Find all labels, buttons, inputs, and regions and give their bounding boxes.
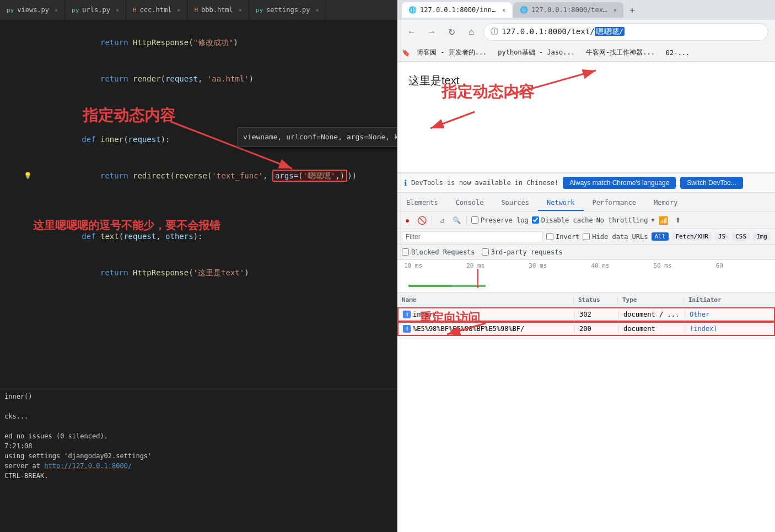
filter-tag-fetch[interactable]: Fetch/XHR [672,232,712,241]
devtools-tab-console[interactable]: Console [447,196,493,211]
filter-tag-all[interactable]: All [652,232,669,241]
tab-title-2: 127.0.0.1:8000/text/2131 [531,6,610,14]
stop-button[interactable]: 🚫 [416,215,427,226]
bookmark-label-3: 牛客网-找工作神器... [586,48,655,57]
forward-button[interactable]: → [424,24,439,40]
search-button[interactable]: 🔍 [451,215,462,226]
tab-close-3[interactable]: × [177,7,180,13]
address-bar[interactable]: ⓘ 127.0.0.1:8000/text/嗯嗯嗯/ [483,23,768,41]
new-tab-button[interactable]: + [625,2,640,18]
disable-cache-label[interactable]: Disable cache [532,216,593,224]
invert-label[interactable]: Invert [546,233,579,241]
filter-tag-js[interactable]: JS [715,232,729,241]
invert-checkbox[interactable] [546,233,553,240]
terminal-line-1: inner() [4,392,392,401]
row2-status: 200 [575,325,619,333]
browser-annotation-label: 指定动态内容 [442,82,534,102]
invert-text: Invert [556,233,579,241]
address-text: 127.0.0.1:8000/text/嗯嗯嗯/ [502,27,625,37]
tab-close[interactable]: × [55,7,58,13]
timeline-label-1: 10 ms [404,262,422,269]
filter-tag-css[interactable]: CSS [732,232,750,241]
tab-close-4[interactable]: × [239,7,242,13]
devtools-toolbar: ● 🚫 ⊿ 🔍 Preserve log Disable cache No th… [397,211,775,229]
disable-cache-checkbox[interactable] [532,216,539,224]
devtools-info-msg: DevTools is now available in Chinese! [411,179,558,187]
terminal-line-6: 7:21:08 [4,441,392,451]
browser-tab-1[interactable]: 🌐 127.0.0.1:8000/inner/aaa/12 × [402,2,512,18]
tab-ccc-html[interactable]: H ccc.html × [126,0,187,20]
code-line-1: return HttpResponse("修改成功") [0,24,397,61]
timeline-label-2: 20 ms [466,262,485,269]
back-button[interactable]: ← [404,24,419,40]
btn-switch-devtools[interactable]: Switch DevToo... [680,177,742,189]
terminal-line-9: CTRL-BREAK. [4,471,392,481]
terminal-line-2 [4,401,392,411]
throttle-arrow: ▼ [652,217,655,223]
bookmark-2[interactable]: python基础 - Jaso... [493,47,579,58]
code-line-10: return HttpResponse('这里是text') [0,254,397,291]
home-button[interactable]: ⌂ [464,24,479,40]
hide-data-label[interactable]: Hide data URLs [583,233,648,241]
tab-urls-py[interactable]: py urls.py × [65,0,126,20]
preserve-log-checkbox[interactable] [471,216,478,224]
tab-label-3: ccc.html [140,6,172,14]
col-status-header: Status [574,296,618,303]
record-button[interactable]: ● [402,215,413,226]
reload-button[interactable]: ↻ [444,24,459,40]
filter-bar: Invert Hide data URLs All Fetch/XHR JS C… [397,229,775,245]
file-icon-2: d [403,325,411,333]
browser-panel: 🌐 127.0.0.1:8000/inner/aaa/12 × 🌐 127.0.… [397,0,775,532]
tab-views-py[interactable]: py views.py × [0,0,65,20]
bookmark-label-4: 02-... [666,49,690,57]
tab-bbb-html[interactable]: H bbb.html × [187,0,249,20]
third-party-label[interactable]: 3rd-party requests [482,248,563,256]
devtools-tab-sources[interactable]: Sources [492,196,538,211]
code-line-6: 💡 return redirect(reverse('text_func', a… [0,158,397,194]
hide-data-checkbox[interactable] [583,233,590,240]
col-name-header: Name [397,296,574,303]
tab-close-2[interactable]: × [116,7,119,13]
blocked-requests-label[interactable]: Blocked Requests [402,248,475,256]
tab-title-1: 127.0.0.1:8000/inner/aaa/12 [420,6,499,14]
filter-tag-img[interactable]: Img [753,232,771,241]
tab-close-browser-1[interactable]: × [502,7,505,13]
devtools-tab-performance[interactable]: Performance [584,196,645,211]
row1-status: 302 [575,311,619,318]
favicon-1: 🌐 [408,6,417,14]
editor-tabs: py views.py × py urls.py × H ccc.html × … [0,0,397,20]
devtools-tab-network[interactable]: Network [538,196,584,211]
tab-close-5[interactable]: × [316,7,319,13]
import-button[interactable]: ⬆ [672,215,683,226]
third-party-checkbox[interactable] [482,248,489,256]
bookmark-1[interactable]: 博客园 - 开发者的... [412,47,491,58]
devtools-tab-memory[interactable]: Memory [645,196,686,211]
browser-tab-2[interactable]: 🌐 127.0.0.1:8000/text/2131 × [513,2,623,18]
timeline-bar-green2 [453,285,486,287]
lightbulb-icon: 💡 [24,170,32,182]
bookmark-icon-1: 🔖 [402,49,410,57]
tab-settings-py[interactable]: py settings.py × [249,0,326,20]
filter-input[interactable] [402,231,543,242]
tab-label-2: urls.py [82,6,110,14]
btn-match-language[interactable]: Always match Chrome's language [563,177,676,189]
filter-button[interactable]: ⊿ [437,215,448,226]
bookmark-4[interactable]: 02-... [661,48,694,58]
py-icon: py [7,7,14,14]
timeline-label-3: 30 ms [529,262,547,269]
preserve-log-label[interactable]: Preserve log [471,216,529,224]
blocked-requests-checkbox[interactable] [402,248,409,256]
server-link[interactable]: http://127.0.0.1:8000/ [44,462,132,470]
requests-bar: Blocked Requests 3rd-party requests [397,245,775,260]
browser-tabs-bar: 🌐 127.0.0.1:8000/inner/aaa/12 × 🌐 127.0.… [397,0,775,20]
devtools-tab-elements[interactable]: Elements [397,196,447,211]
tab-close-browser-2[interactable]: × [613,7,617,13]
col-initiator-header: Initiator [684,296,775,303]
blocked-requests-text: Blocked Requests [411,248,475,256]
online-icon[interactable]: 📶 [658,215,669,226]
bookmark-3[interactable]: 牛客网-找工作神器... [582,47,659,58]
tab-label: views.py [17,6,49,14]
file-icon-1: d [403,311,411,318]
lock-icon: ⓘ [491,27,498,37]
timeline-label-5: 50 ms [654,262,672,269]
